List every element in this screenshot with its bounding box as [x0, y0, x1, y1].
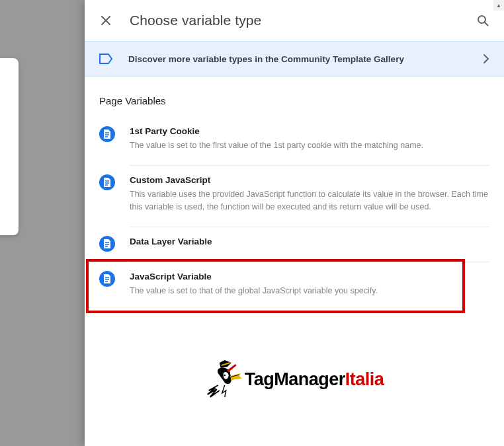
variable-text-block: Custom JavaScriptThis variable uses the … [130, 165, 489, 220]
brand-logo: TagManagerItalia [205, 359, 384, 400]
variable-description: This variable uses the provided JavaScri… [130, 188, 489, 213]
variable-title: Custom JavaScript [130, 174, 489, 187]
document-icon [99, 126, 115, 142]
background-card [0, 58, 19, 235]
svg-point-1 [224, 375, 226, 377]
variable-type-item[interactable]: 1st Party CookieThe value is set to the … [85, 118, 504, 165]
variable-title: Data Layer Variable [130, 235, 489, 248]
variable-type-panel: Choose variable type Discover more varia… [85, 0, 504, 446]
section-title: Page Variables [85, 77, 504, 118]
panel-title: Choose variable type [130, 13, 261, 28]
tag-icon [99, 54, 112, 64]
document-icon [99, 236, 115, 252]
community-gallery-banner[interactable]: Discover more variable types in the Comm… [85, 41, 504, 77]
variable-text-block: JavaScript VariableThe value is set to t… [130, 262, 489, 304]
variable-text-block: Data Layer Variable [130, 227, 489, 255]
variable-title: JavaScript Variable [130, 270, 489, 283]
search-button[interactable] [475, 13, 491, 28]
banner-text: Discover more variable types in the Comm… [128, 54, 483, 64]
variable-description: The value is set to the first value of t… [130, 139, 489, 152]
woodpecker-icon [205, 359, 243, 400]
close-icon [101, 15, 111, 26]
search-icon [476, 14, 489, 27]
variable-text-block: 1st Party CookieThe value is set to the … [130, 125, 489, 159]
variable-description: The value is set to that of the global J… [130, 285, 489, 297]
chevron-right-icon [483, 54, 489, 63]
variable-list-scroll[interactable]: Page Variables 1st Party CookieThe value… [85, 77, 504, 446]
variable-type-item[interactable]: JavaScript VariableThe value is set to t… [85, 262, 504, 311]
variable-type-item[interactable]: Custom JavaScriptThis variable uses the … [85, 165, 504, 227]
document-icon [99, 271, 115, 287]
close-button[interactable] [98, 13, 114, 28]
panel-header: Choose variable type [85, 0, 504, 41]
variable-title: 1st Party Cookie [130, 125, 489, 138]
document-icon [99, 174, 115, 190]
variable-type-item[interactable]: Data Layer Variable [85, 227, 504, 262]
logo-text: TagManagerItalia [245, 369, 384, 390]
scrollbar-up-arrow[interactable]: ▲ [493, 0, 504, 11]
